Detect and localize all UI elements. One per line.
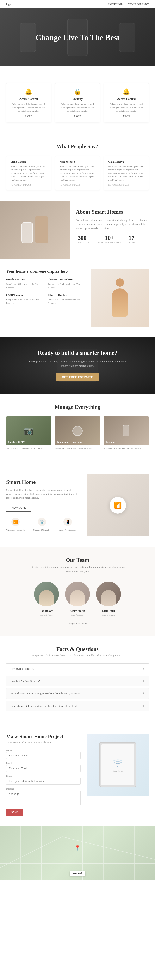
project-intro: Sample text. Click to select the Text El… [6, 741, 81, 744]
faq-item-3[interactable]: Nunc sit amet nibh dolor. Integer iaculi… [6, 700, 149, 711]
testimonial-1: Nick Jhonson Proin sed velit ante. Lorem… [55, 156, 100, 191]
team-row: Bob Brown Content Footer Mary Smith Lead… [6, 582, 149, 616]
feature-grid: Google Assistant Sample text. Click to s… [6, 278, 85, 305]
avatar-body-bob [39, 590, 54, 606]
feature-more-2[interactable]: MORE [108, 115, 144, 117]
feature-item-2: 6.5MP Camera Sample text. Click to selec… [6, 293, 43, 305]
feature-icon-0: 🔔 [11, 88, 47, 95]
smarthome-icon-label-2: Smart Applications [59, 528, 76, 531]
icon-circle-0: 📶 [11, 518, 20, 526]
cta-button[interactable]: GET FREE ESTIMATE [56, 373, 99, 381]
manage-card-desc-0: Sample text. Click to select the Two Ele… [6, 445, 51, 452]
manage-grid: 📷 Outdoor CCTV Sample text. Click to sel… [6, 416, 149, 453]
nav-links: HOME PAGE ABOUT COMPANY [108, 3, 149, 6]
about-description: Lorem ipsum dolor sit amet, consectetur … [76, 218, 149, 231]
stat-number-2: 17 [127, 235, 136, 241]
team-role-1: Lead Assistant [65, 614, 90, 616]
team-title: Our Team [6, 557, 149, 563]
nav-link-home[interactable]: HOME PAGE [108, 3, 123, 6]
allinone-image [91, 269, 149, 327]
manage-card-bg-0: 📷 Outdoor CCTV [6, 416, 51, 445]
wifi-icon [112, 757, 124, 768]
avatar-nick [96, 582, 121, 606]
feature-item-1: Chrome Cast Built-In Sample text. Click … [47, 278, 85, 289]
feature-title-1: Security [60, 97, 96, 101]
stat-2: 17 AWARDS [127, 235, 136, 244]
submit-button[interactable]: SEND [6, 809, 23, 816]
message-textarea[interactable] [6, 791, 81, 805]
smarthome-icon-label-1: Managed Centrally [33, 528, 51, 531]
stat-0: 300+ HAPPY CLIENTS [76, 235, 92, 244]
testimonial-name-1: Nick Jhonson [60, 160, 96, 164]
faq-chevron-2: + [142, 692, 144, 695]
smarthome-icon-2: 📱 Smart Applications [59, 518, 76, 531]
feature-icon-2: 🔔 [108, 88, 144, 95]
cta-description: Lorem ipsum dolor sit amet, consectetur … [26, 360, 129, 368]
cta-title: Ready to build a smarter home? [8, 350, 147, 356]
smarthome-image: 📶 [87, 474, 149, 536]
manage-card-bg-2: Tracking [104, 416, 149, 445]
email-input[interactable] [6, 765, 81, 772]
project-image: Smart Home [87, 733, 149, 796]
about-image [0, 200, 70, 259]
feature-item-desc-3: Sample text. Click to select the Two Ele… [47, 298, 85, 305]
manage-card-label-0: Outdoor CCTV [8, 441, 25, 444]
feature-item-desc-2: Sample text. Click to select the Two Ele… [6, 298, 43, 305]
manage-card-label-2: Tracking [106, 441, 115, 444]
feature-item-0: Google Assistant Sample text. Click to s… [6, 278, 43, 289]
feature-more-0[interactable]: MORE [11, 115, 47, 117]
feature-icon-1: 🔒 [60, 88, 96, 95]
stats-row: 300+ HAPPY CLIENTS 10+ YEARS OF EXPERIEN… [76, 235, 149, 244]
allinone-right [91, 269, 149, 327]
testimonial-2: Olga Ivanova Proin sed velit ante. Lorem… [104, 156, 149, 191]
manage-section: Manage Everything 📷 Outdoor CCTV Sample … [0, 394, 155, 464]
smarthome-view-more-button[interactable]: VIEW MORE [6, 504, 31, 512]
faq-title: Facts & Questions [6, 646, 149, 652]
avatar-mary [65, 582, 90, 606]
faq-item-1[interactable]: How Fast Are Your Services? + [6, 676, 149, 687]
stat-number-0: 300+ [76, 235, 92, 241]
testimonials-title: What People Say? [6, 143, 149, 150]
testimonial-name-0: Stella Larson [11, 160, 47, 164]
feature-more-1[interactable]: MORE [60, 115, 96, 117]
faq-item-0[interactable]: How much does it cost? + [6, 663, 149, 674]
project-left: Make Smart Home Project Sample text. Cli… [6, 733, 81, 816]
hero-section: Change Live To The Best [0, 8, 155, 67]
team-card-0: Bob Brown Content Footer [34, 582, 59, 616]
manage-card-desc-1: Sample text. Click to select the Two Ele… [55, 445, 100, 452]
cta-content: Ready to build a smarter home? Lorem ips… [8, 350, 147, 381]
faq-question-2: What education and/or training do you ha… [11, 692, 80, 695]
project-right: Smart Home [87, 733, 149, 796]
testimonial-date-1: NOVEMBER 2ND 2019 [60, 184, 96, 186]
smarthome-icon-label-0: Wirelessly Connects [6, 528, 25, 531]
faq-question-1: How Fast Are Your Services? [11, 680, 40, 683]
faq-intro: Sample text. Click to select the text bo… [6, 654, 149, 657]
map-city-label: New York [70, 871, 85, 876]
team-role-0: Content Footer [34, 614, 59, 616]
stat-number-1: 10+ [98, 235, 121, 241]
testimonial-0: Stella Larson Proin sed velit ante. Lore… [6, 156, 51, 191]
name-input[interactable] [6, 752, 81, 759]
svg-line-12 [0, 837, 62, 868]
manage-card-0: 📷 Outdoor CCTV Sample text. Click to sel… [6, 416, 51, 453]
team-section: Our Team Ut enim ad minim veniam, quis n… [0, 547, 155, 636]
feature-desc-2: Duis aute irure dolor in reprehenderit i… [108, 102, 144, 113]
about-image-decorative [22, 216, 48, 243]
smarthome-icon-1: 📡 Managed Centrally [33, 518, 51, 531]
team-name-0: Bob Brown [34, 609, 59, 612]
smarthome-icon-0: 📶 Wirelessly Connects [6, 518, 25, 531]
phone-label: Phone [6, 775, 81, 777]
nav-logo[interactable]: logo [6, 3, 11, 6]
testimonials-section: What People Say? Stella Larson Proin sed… [0, 133, 155, 201]
features-section: 🔔 Access Control Duis aute irure dolor i… [0, 67, 155, 133]
testimonial-text-2: Proin sed velit ante. Lorem ipsum sed fa… [108, 165, 144, 182]
team-pexels-link[interactable]: Images from Pexels [6, 622, 149, 625]
tablet-label: Smart Home [112, 770, 123, 772]
phone-input[interactable] [6, 778, 81, 784]
icon-circle-1: 📡 [38, 518, 46, 526]
allinone-title: Your home's all-in-one display hub [6, 269, 85, 274]
nav-link-about[interactable]: ABOUT COMPANY [128, 3, 149, 6]
testimonial-text-1: Proin sed velit ante. Lorem ipsum sed fa… [60, 165, 96, 182]
faq-item-2[interactable]: What education and/or training do you ha… [6, 688, 149, 699]
project-title: Make Smart Home Project [6, 733, 81, 739]
